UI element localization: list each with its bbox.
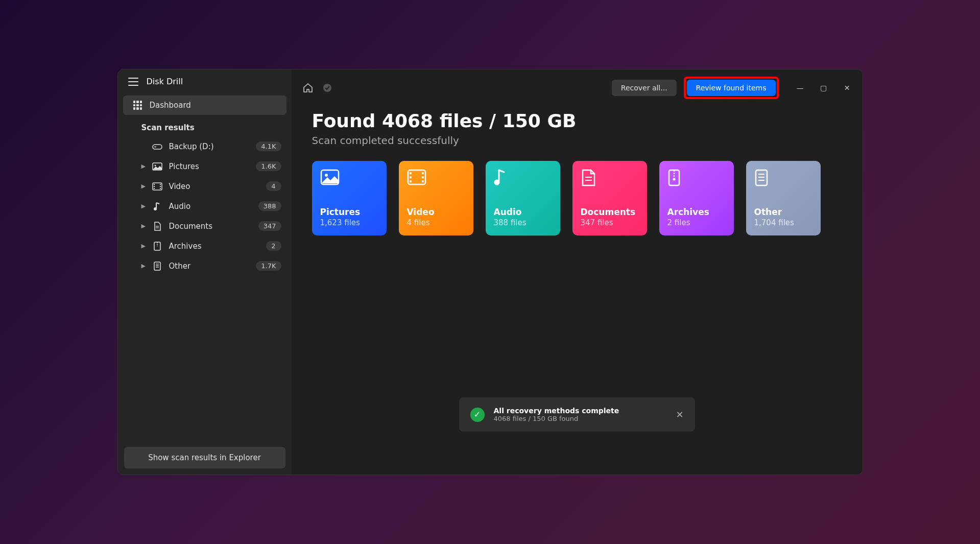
card-title: Documents	[581, 207, 639, 217]
card-sub: 388 files	[494, 218, 552, 227]
svg-point-20	[323, 84, 331, 92]
pictures-icon	[320, 169, 378, 188]
window-controls: — ▢ ✕	[795, 84, 852, 92]
tree-item-documents[interactable]: ▶ Documents 347	[118, 216, 292, 236]
toast-notification: ✓ All recovery methods complete 4068 fil…	[459, 397, 695, 432]
check-icon: ✓	[470, 408, 485, 422]
svg-rect-9	[160, 186, 161, 187]
svg-rect-7	[154, 188, 155, 189]
page-title: Found 4068 files / 150 GB	[312, 110, 842, 131]
svg-rect-25	[410, 176, 412, 178]
toast-title: All recovery methods complete	[494, 407, 667, 415]
chevron-right-icon: ▶	[141, 223, 147, 229]
svg-rect-5	[154, 184, 155, 185]
toast-text: All recovery methods complete 4068 files…	[494, 407, 667, 422]
tree-label: Video	[169, 182, 266, 191]
svg-rect-29	[422, 180, 424, 182]
tree-count: 388	[258, 201, 281, 211]
page-subtitle: Scan completed successfully	[312, 134, 842, 147]
chevron-right-icon: ▶	[141, 203, 147, 209]
svg-point-22	[325, 174, 328, 177]
section-scan-results: Scan results	[118, 117, 292, 136]
card-documents[interactable]: Documents 347 files	[572, 161, 647, 235]
svg-rect-6	[154, 186, 155, 187]
tree-label: Pictures	[169, 162, 256, 171]
card-title: Archives	[667, 207, 726, 217]
tree-count: 4	[266, 181, 281, 191]
home-icon[interactable]	[302, 82, 314, 94]
dashboard-icon	[133, 101, 142, 110]
svg-point-3	[154, 164, 156, 166]
audio-icon	[152, 202, 163, 211]
svg-point-30	[494, 180, 499, 185]
tree-root-label: Backup (D:)	[169, 142, 256, 151]
tree-count: 2	[266, 241, 281, 251]
card-title: Other	[754, 207, 812, 217]
nav-dashboard[interactable]: Dashboard	[123, 96, 286, 115]
card-sub: 1,704 files	[754, 218, 812, 227]
tree-item-audio[interactable]: ▶ Audio 388	[118, 196, 292, 216]
tree-item-archives[interactable]: ▶ Archives 2	[118, 236, 292, 256]
tree-item-pictures[interactable]: ▶ Pictures 1.6K	[118, 156, 292, 176]
toolbar: Recover all... Review found items — ▢ ✕	[292, 69, 863, 106]
minimize-icon[interactable]: —	[795, 84, 805, 92]
sidebar-footer: Show scan results in Explorer	[118, 441, 292, 475]
tree-item-other[interactable]: ▶ Other 1.7K	[118, 256, 292, 276]
svg-rect-26	[410, 180, 412, 182]
other-icon	[152, 262, 163, 271]
card-title: Video	[407, 207, 465, 217]
svg-rect-27	[422, 172, 424, 174]
card-sub: 347 files	[581, 218, 639, 227]
review-found-items-button[interactable]: Review found items	[687, 80, 776, 96]
svg-rect-8	[160, 184, 161, 185]
card-video[interactable]: Video 4 files	[399, 161, 473, 235]
disk-icon	[152, 143, 163, 150]
card-audio[interactable]: Audio 388 files	[486, 161, 560, 235]
app-window: Disk Drill Dashboard Scan results Backup…	[117, 69, 863, 475]
content: Found 4068 files / 150 GB Scan completed…	[292, 106, 863, 246]
sidebar: Disk Drill Dashboard Scan results Backup…	[118, 69, 292, 475]
pictures-icon	[152, 162, 163, 171]
audio-icon	[494, 169, 552, 188]
check-circle-icon[interactable]	[321, 82, 333, 94]
sidebar-header: Disk Drill	[118, 69, 292, 93]
highlight-annotation: Review found items	[684, 77, 779, 99]
maximize-icon[interactable]: ▢	[819, 84, 829, 92]
archives-icon	[667, 169, 726, 188]
svg-point-11	[154, 207, 157, 210]
tree-count: 1.7K	[256, 261, 281, 271]
other-icon	[754, 169, 812, 188]
video-icon	[407, 169, 465, 188]
tree-root-backup[interactable]: Backup (D:) 4.1K	[118, 136, 292, 156]
card-archives[interactable]: Archives 2 files	[659, 161, 734, 235]
documents-icon	[581, 169, 639, 188]
svg-point-35	[673, 178, 675, 181]
recover-all-button[interactable]: Recover all...	[612, 80, 677, 96]
svg-rect-0	[153, 145, 162, 149]
tree-label: Documents	[169, 222, 258, 231]
chevron-right-icon: ▶	[141, 243, 147, 249]
nav-dashboard-label: Dashboard	[150, 101, 191, 110]
chevron-right-icon: ▶	[141, 163, 147, 170]
svg-rect-10	[160, 188, 161, 189]
tree-count: 1.6K	[256, 161, 281, 171]
documents-icon	[152, 222, 163, 231]
chevron-right-icon: ▶	[141, 263, 147, 269]
toast-close-icon[interactable]: ✕	[676, 409, 683, 420]
show-in-explorer-button[interactable]: Show scan results in Explorer	[124, 447, 285, 468]
svg-rect-28	[422, 176, 424, 178]
card-title: Pictures	[320, 207, 378, 217]
tree-count: 347	[258, 221, 281, 231]
app-title: Disk Drill	[147, 77, 183, 86]
hamburger-icon[interactable]	[128, 78, 138, 86]
video-icon	[152, 182, 163, 191]
card-sub: 2 files	[667, 218, 726, 227]
archives-icon	[152, 242, 163, 251]
card-pictures[interactable]: Pictures 1,623 files	[312, 161, 387, 235]
close-icon[interactable]: ✕	[842, 84, 852, 92]
tree-item-video[interactable]: ▶ Video 4	[118, 176, 292, 196]
tree-label: Other	[169, 262, 256, 271]
main-area: Recover all... Review found items — ▢ ✕ …	[292, 69, 863, 475]
card-other[interactable]: Other 1,704 files	[746, 161, 821, 235]
card-sub: 4 files	[407, 218, 465, 227]
